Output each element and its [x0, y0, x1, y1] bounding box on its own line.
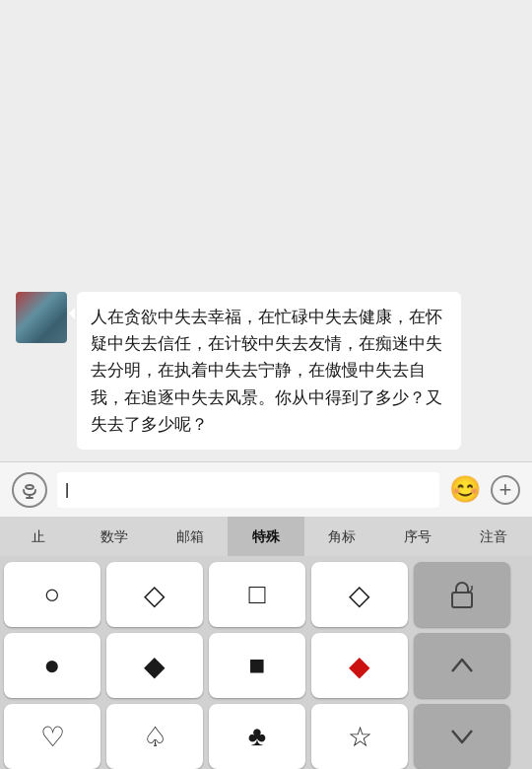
key-row-2: ● ◆ ■ ◆	[4, 633, 528, 698]
key-square-outline[interactable]: □	[209, 562, 305, 627]
add-button[interactable]: +	[491, 475, 520, 505]
tab-math[interactable]: 数学	[76, 517, 152, 556]
key-diamond-red[interactable]: ◆	[311, 633, 408, 698]
message-row: 人在贪欲中失去幸福，在忙碌中失去健康，在怀疑中失去信任，在计较中失去友情，在痴迷…	[16, 292, 516, 450]
svg-rect-3	[452, 593, 472, 607]
tab-phonetic[interactable]: 注音	[456, 517, 532, 556]
key-circle-outline[interactable]: ○	[4, 562, 100, 627]
voice-icon	[20, 480, 39, 500]
key-club-outline[interactable]: ♣	[209, 704, 305, 769]
text-input[interactable]	[57, 472, 439, 508]
key-circle-filled[interactable]: ●	[4, 633, 100, 698]
tab-zhi[interactable]: 止	[0, 517, 76, 556]
keyboard-grid: ○ ◇ □ ◇ ● ◆ ■ ◆ ♡ ♤ ♣ ☆	[0, 556, 532, 769]
key-diamond-outline-2[interactable]: ◇	[311, 562, 408, 627]
message-bubble: 人在贪欲中失去幸福，在忙碌中失去健康，在怀疑中失去信任，在计较中失去友情，在痴迷…	[77, 292, 461, 450]
key-down[interactable]	[414, 704, 510, 769]
tab-superscript[interactable]: 角标	[304, 517, 380, 556]
category-tabs: 止 数学 邮箱 特殊 角标 序号 注音	[0, 517, 532, 556]
voice-button[interactable]	[12, 472, 47, 508]
chevron-down-icon	[448, 727, 476, 746]
key-star-outline[interactable]: ☆	[311, 704, 408, 769]
chat-area: 人在贪欲中失去幸福，在忙碌中失去健康，在怀疑中失去信任，在计较中失去友情，在痴迷…	[0, 0, 532, 461]
emoji-button[interactable]: 😊	[449, 474, 481, 505]
key-diamond-outline-1[interactable]: ◇	[106, 562, 203, 627]
svg-point-0	[26, 485, 33, 489]
lock-icon	[449, 580, 475, 609]
message-text: 人在贪欲中失去幸福，在忙碌中失去健康，在怀疑中失去信任，在计较中失去友情，在痴迷…	[91, 308, 442, 434]
tab-email[interactable]: 邮箱	[152, 517, 228, 556]
avatar	[16, 292, 67, 343]
key-row-1: ○ ◇ □ ◇	[4, 562, 528, 627]
key-square-filled[interactable]: ■	[209, 633, 305, 698]
chevron-up-icon	[448, 656, 476, 675]
tab-special[interactable]: 特殊	[228, 517, 303, 556]
key-spade-outline[interactable]: ♤	[106, 704, 203, 769]
key-lock[interactable]	[414, 562, 510, 627]
avatar-image	[16, 292, 67, 343]
key-up[interactable]	[414, 633, 510, 698]
key-row-3: ♡ ♤ ♣ ☆	[4, 704, 528, 769]
key-diamond-filled[interactable]: ◆	[106, 633, 203, 698]
key-heart-outline[interactable]: ♡	[4, 704, 100, 769]
input-bar: 😊 +	[0, 461, 532, 517]
tab-sequence[interactable]: 序号	[380, 517, 456, 556]
